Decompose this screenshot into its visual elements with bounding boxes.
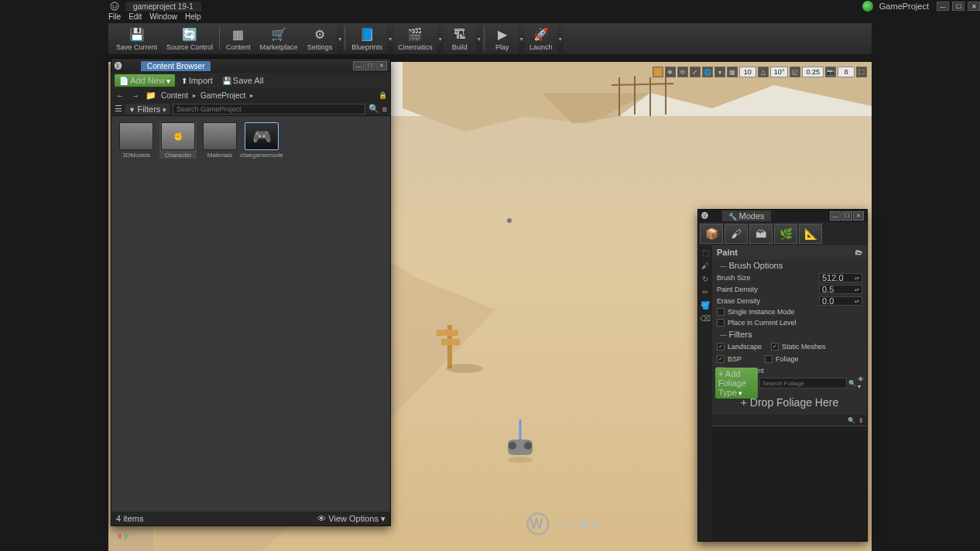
toolbar-build[interactable]: 🏗Build (444, 24, 476, 53)
window-minimize-button[interactable]: — (937, 2, 949, 11)
panel-close-button[interactable]: ✕ (853, 211, 864, 221)
content-browser-tab[interactable]: Content Browser (141, 61, 211, 71)
view-toggle-icon[interactable]: 👁▾ (858, 376, 864, 390)
erase-density-input[interactable]: 0.0▴▾ (819, 296, 862, 306)
camera-speed-value[interactable]: 8 (838, 67, 855, 77)
search-input[interactable] (173, 104, 365, 115)
project-tab[interactable]: gameproject 19-1 (125, 2, 201, 12)
window-maximize-button[interactable]: ☐ (952, 2, 965, 11)
tool-paint-icon[interactable]: 🖌 (701, 262, 709, 270)
breadcrumb-project[interactable]: GameProject (200, 91, 245, 100)
search-foliage-input[interactable] (759, 378, 847, 388)
menu-help[interactable]: Help (185, 12, 201, 23)
tool-erase-icon[interactable]: ⌫ (700, 314, 711, 323)
toolbar-content[interactable]: ▦Content (221, 24, 255, 53)
toolbar-launch-dropdown[interactable]: ▼ (557, 24, 564, 53)
folder-item[interactable]: Materials (201, 122, 238, 159)
folder-icon[interactable]: 📁 (146, 91, 156, 101)
toolbar-build-dropdown[interactable]: ▼ (476, 24, 482, 53)
panel-minimize-button[interactable]: — (353, 61, 364, 70)
toolbar-save-current[interactable]: 💾Save Current (111, 24, 162, 53)
asset-item[interactable]: 🎮 chargamemode (243, 122, 280, 159)
search-icon[interactable]: 🔍 (368, 104, 379, 114)
viewport-maximize-icon[interactable]: ⛶ (856, 67, 867, 77)
toolbar-cinematics[interactable]: 🎬Cinematics (393, 24, 437, 53)
scale-snap-icon[interactable]: ◱ (790, 67, 800, 77)
menu-file[interactable]: File (108, 12, 121, 23)
toolbar-blueprints[interactable]: 📘Blueprints (347, 24, 387, 53)
brush-options-group: — Brush Options (712, 259, 867, 272)
panel-maximize-button[interactable]: ☐ (841, 211, 852, 221)
toolbar-source-control[interactable]: 🔄Source Control (162, 24, 218, 53)
static-meshes-checkbox[interactable]: ✓ (771, 343, 779, 351)
scale-icon[interactable]: 🔍 (848, 417, 855, 424)
panel-minimize-button[interactable]: — (830, 211, 841, 221)
foliage-checkbox[interactable] (765, 355, 773, 363)
nav-back-button[interactable]: ← (115, 91, 125, 100)
folder-item[interactable]: 3DModels (118, 122, 155, 159)
paint-density-input[interactable]: 0.5▴▾ (819, 285, 862, 294)
toolbar-launch[interactable]: 🚀Launch (525, 24, 557, 53)
bsp-checkbox[interactable]: ✓ (717, 355, 725, 363)
brush-size-input[interactable]: 512.0▴▾ (819, 273, 862, 282)
search-icon[interactable]: 🔍 (848, 380, 856, 387)
drop-foliage-target[interactable]: + Drop Foliage Here (712, 390, 867, 415)
view-options-button[interactable]: 👁 View Options ▾ (317, 514, 385, 524)
modes-panel-titlebar[interactable]: 🅤 🔧 Modes — ☐ ✕ (698, 210, 867, 222)
toolbar-settings-dropdown[interactable]: ▼ (337, 24, 343, 53)
grid-snap-value[interactable]: 10 (739, 67, 756, 77)
angle-snap-value[interactable]: 10° (770, 67, 789, 77)
folder-icon (119, 122, 153, 150)
expand-icon[interactable]: ⇕ (858, 417, 864, 424)
tool-reapply-icon[interactable]: ↻ (702, 275, 708, 283)
window-close-button[interactable]: ✕ (968, 2, 980, 11)
camera-speed-icon[interactable]: 📷 (825, 67, 836, 77)
angle-snap-icon[interactable]: △ (758, 67, 769, 77)
content-browser-panel: 🅤 Content Browser — ☐ ✕ 📄 Add New ▾ ⬆ Im… (111, 58, 391, 526)
toolbar-settings[interactable]: ⚙Settings (303, 24, 338, 53)
toolbar-blueprints-dropdown[interactable]: ▼ (387, 24, 393, 53)
toolbar-play-dropdown[interactable]: ▼ (519, 24, 525, 53)
breadcrumb-content[interactable]: Content (161, 91, 188, 100)
content-browser-asset-grid[interactable]: 3DModels ✊ Character Materials 🎮 chargam… (111, 116, 390, 512)
transform-select-icon[interactable]: ☉ (653, 67, 663, 77)
landscape-checkbox[interactable]: ✓ (717, 343, 725, 351)
filters-button[interactable]: ▼ Filters ▾ (125, 104, 170, 115)
toolbar-play[interactable]: ▶Play (486, 24, 519, 53)
sources-toggle-icon[interactable]: ☰ (115, 104, 122, 114)
toolbar-marketplace[interactable]: 🛒Marketplace (255, 24, 303, 53)
coord-space-icon[interactable]: 🌐 (702, 67, 713, 77)
transform-move-icon[interactable]: ✥ (665, 67, 676, 77)
menu-edit[interactable]: Edit (128, 12, 142, 23)
scale-snap-value[interactable]: 0.25 (802, 67, 824, 77)
mode-place[interactable]: 📦 (700, 224, 723, 244)
tool-select-icon[interactable]: ⬚ (702, 248, 709, 257)
grid-snap-icon[interactable]: ▦ (727, 67, 738, 77)
import-button[interactable]: ⬆ Import (178, 74, 216, 87)
mode-landscape[interactable]: 🏔 (749, 224, 773, 244)
nav-forward-button[interactable]: → (130, 91, 141, 100)
transform-rotate-icon[interactable]: ⟲ (677, 67, 688, 77)
place-in-level-checkbox[interactable] (717, 319, 725, 327)
add-new-button[interactable]: 📄 Add New ▾ (115, 74, 175, 87)
show-tooltip-icon[interactable]: 🗁 (855, 248, 862, 256)
transform-scale-icon[interactable]: ⤢ (690, 67, 701, 77)
mode-foliage[interactable]: 🌿 (774, 224, 797, 244)
panel-close-button[interactable]: ✕ (376, 61, 387, 70)
content-browser-titlebar[interactable]: 🅤 Content Browser — ☐ ✕ (111, 59, 390, 73)
toolbar-cinematics-dropdown[interactable]: ▼ (437, 24, 444, 53)
search-options-icon[interactable]: ≡ (382, 104, 387, 114)
surface-snap-icon[interactable]: ▾ (714, 67, 725, 77)
source-control-status-icon[interactable] (862, 1, 873, 12)
save-all-button[interactable]: 💾 Save All (219, 74, 267, 87)
mode-geometry[interactable]: 📐 (799, 224, 822, 244)
tool-fill-icon[interactable]: 🪣 (701, 301, 710, 310)
single-instance-checkbox[interactable] (717, 308, 725, 316)
breadcrumb-lock-icon[interactable]: 🔒 (379, 91, 387, 99)
tool-single-icon[interactable]: ✏ (702, 288, 708, 296)
folder-item[interactable]: ✊ Character (159, 122, 197, 159)
panel-maximize-button[interactable]: ☐ (365, 61, 375, 70)
menu-window[interactable]: Window (149, 12, 177, 23)
modes-tab[interactable]: 🔧 Modes (722, 210, 771, 221)
mode-paint[interactable]: 🖌 (725, 224, 748, 244)
